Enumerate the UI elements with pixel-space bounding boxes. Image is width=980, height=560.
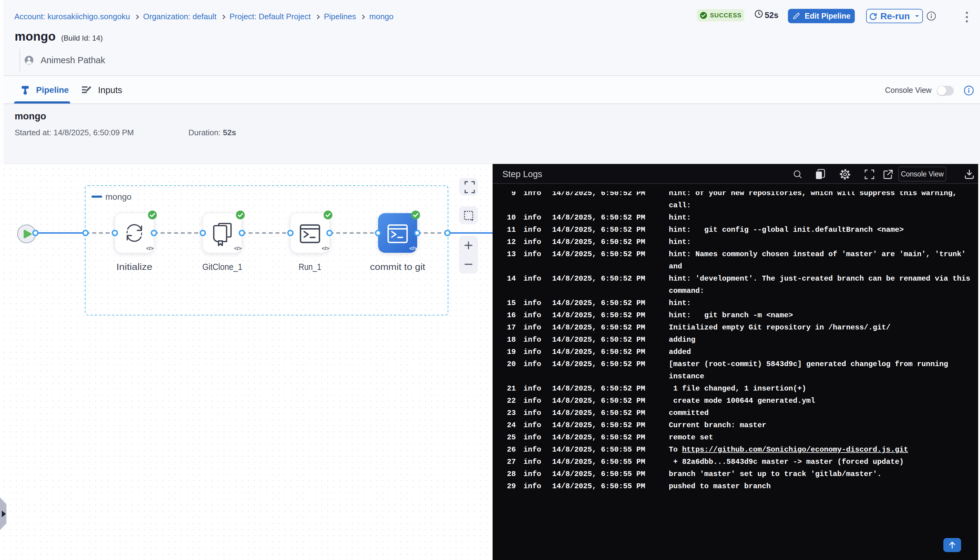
svg-text:</>: </> <box>409 245 417 251</box>
svg-text:Initialize: Initialize <box>117 262 152 272</box>
svg-text:GitClone_1: GitClone_1 <box>202 262 242 272</box>
svg-text:</>: </> <box>234 245 242 251</box>
svg-text:mongo: mongo <box>105 192 132 202</box>
svg-text:</>: </> <box>146 245 153 251</box>
svg-text:</>: </> <box>322 245 329 251</box>
svg-text:Run_1: Run_1 <box>299 262 321 272</box>
svg-text:commit to git: commit to git <box>370 262 425 272</box>
